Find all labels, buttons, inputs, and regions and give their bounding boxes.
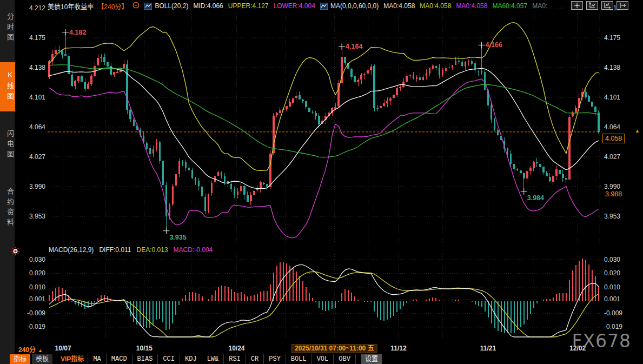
x-axis-date: 11/21 (480, 345, 496, 352)
macd-axis-tick-left: 0.030 (16, 256, 45, 263)
price-axis-tick-left: 3.953 (16, 213, 45, 220)
toolbar-button-指标[interactable]: 指标 (10, 354, 30, 364)
boll-lower-line (49, 79, 599, 238)
boll-mid-line (49, 68, 599, 189)
price-axis-tick-right: 4.138 (604, 64, 637, 71)
toolbar-button-CCI[interactable]: CCI (157, 354, 180, 364)
extreme-price-label: 4.182 (69, 29, 86, 36)
price-axis-tick-left: 4.064 (16, 124, 45, 131)
macd-dea-value: DEA:0.013 (137, 246, 168, 254)
boll-lower-value: LOWER:4.004 (274, 2, 315, 10)
axis-scale-up-icon[interactable] (586, 1, 598, 10)
selected-bar-time: 2025/10/31 07:00~11:00 五 (291, 344, 377, 353)
extreme-price-label: 4.164 (346, 43, 362, 50)
price-axis-tick-right: 3.990 (604, 183, 637, 190)
x-axis-date: 11/12 (390, 345, 406, 352)
toolbar-button-BOLL[interactable]: BOLL (286, 354, 311, 364)
price-axis-tick-right: 4.175 (604, 35, 637, 42)
macd-axis-tick-left: 0.020 (16, 270, 45, 277)
price-axis-tick-right: 3.953 (604, 213, 637, 220)
exit-right-icon[interactable] (617, 1, 628, 10)
macd-axis-tick-right: -0.019 (604, 323, 637, 330)
toolbar-button-VOL[interactable]: VOL (311, 354, 334, 364)
record-indicator-icon[interactable] (11, 247, 20, 256)
price-axis-tick-left: 4.175 (16, 35, 45, 42)
macd-dea-line (49, 272, 599, 337)
toolbar-button-BIAS[interactable]: BIAS (132, 354, 158, 364)
ma0-value-yellow: MA0:4.058 (420, 2, 451, 10)
macd-axis-tick-right: 0.030 (604, 256, 637, 263)
price-axis-tick-right: 4.101 (604, 94, 637, 101)
price-axis-tick-right: 4.064 (604, 124, 637, 131)
app-window: 分时图K线图闪电图合约资料 美债10年收益率 【240分】 BOLL(20,2)… (0, 0, 643, 364)
price-axis-tick-left: 4.138 (16, 64, 45, 71)
candles-series (48, 32, 600, 231)
ma-legend-icon (320, 3, 328, 10)
toolbar-button-模板[interactable]: 模板 (32, 354, 52, 364)
boll-name: BOLL(20,2) (155, 2, 188, 10)
extreme-price-label: 4.166 (486, 41, 502, 49)
sidebar-item-time-chart[interactable]: 分时图 (0, 4, 15, 52)
x-axis: 240分▲ 2025/10/31 07:00~11:00 五 10/0710/1… (0, 345, 643, 354)
ma0-value-magenta: MA0:4.058 (456, 2, 487, 10)
x-axis-date: 10/24 (229, 345, 245, 352)
toolbar-button-LW&[interactable]: LW& (202, 354, 224, 364)
extreme-price-label: 3.984 (527, 194, 544, 202)
period-selector[interactable]: 240分▲ (18, 345, 43, 354)
triangle-up-icon: ▲ (38, 348, 43, 353)
price-axis-tick-left: 4.212 (16, 5, 45, 12)
macd-axis-tick-right: -0.009 (604, 310, 637, 317)
macd-diff-value: DIFF:0.011 (99, 246, 131, 254)
macd-axis-tick-left: -0.019 (16, 323, 45, 330)
macd-axis-tick-left: 0.001 (16, 296, 45, 303)
toolbar-button-OBV[interactable]: OBV (333, 354, 356, 364)
toolbar-button-KDJ[interactable]: KDJ (180, 354, 202, 364)
sidebar-item-contract-info[interactable]: 合约资料 (0, 179, 15, 237)
ma60-value: MA60:4.057 (492, 2, 527, 10)
toolbar-button-CR[interactable]: CR (246, 354, 263, 364)
boll-upper-value: UPPER:4.127 (228, 2, 269, 10)
toolbar-button-MACD[interactable]: MACD (106, 354, 132, 364)
ma0-value-gray: MA0: (532, 2, 547, 10)
boll-mid-value: MID:4.066 (193, 2, 223, 10)
band-low-tag: 3.988 (604, 190, 624, 198)
macd-name: MACD(26,12,9) (49, 246, 94, 254)
watermark: FX678 (572, 330, 631, 352)
toolbar-button-设置[interactable]: 设置 (361, 354, 382, 364)
instrument-title: 美债10年收益率 (48, 2, 94, 11)
macd-chart[interactable] (48, 254, 600, 338)
sidebar-item-lightning-chart[interactable]: 闪电图 (0, 121, 15, 169)
chart-controls (571, 1, 628, 10)
x-axis-date: 10/15 (136, 345, 153, 352)
bottom-toolbar: 指标模板VIP指标MAMACDBIASCCIKDJLW&RSICRPSYBOLL… (10, 354, 382, 364)
price-axis-tick-left: 4.027 (16, 154, 45, 161)
current-price-tag: 4.058 (602, 134, 625, 143)
sidebar-item-kline-chart[interactable]: K线图 (0, 62, 15, 111)
price-grid (48, 5, 600, 242)
toolbar-button-PSY[interactable]: PSY (263, 354, 286, 364)
macd-value: MACD:-0.004 (174, 246, 213, 254)
macd-axis-tick-right: 0.010 (604, 284, 637, 291)
crosshair-icon[interactable] (571, 1, 583, 10)
zoom-out-icon[interactable] (132, 2, 140, 10)
toolbar-button-RSI[interactable]: RSI (223, 354, 246, 364)
toolbar-button-VIP指标[interactable]: VIP指标 (57, 354, 88, 364)
macd-axis-tick-left: 0.010 (16, 284, 45, 291)
toolbar-button-MA[interactable]: MA (88, 354, 105, 364)
boll-upper-line (49, 23, 599, 171)
price-arrow-icon: ▲ (635, 128, 640, 134)
macd-axis-tick-left: -0.009 (16, 310, 45, 317)
x-axis-date: 10/07 (55, 345, 71, 352)
macd-axis-tick-right: 0.001 (604, 296, 637, 303)
extreme-price-label: 3.935 (169, 234, 186, 241)
period-label[interactable]: 【240分】 (97, 2, 128, 11)
chart-header: 美债10年收益率 【240分】 BOLL(20,2) MID:4.066 UPP… (48, 1, 547, 11)
boll-legend-icon (144, 3, 152, 10)
macd-axis-tick-right: 0.020 (604, 270, 637, 277)
period-text: 240分 (18, 346, 36, 354)
axis-scale-right-icon[interactable] (601, 1, 613, 10)
sidebar: 分时图K线图闪电图合约资料 (0, 0, 15, 364)
price-chart[interactable]: 4.1823.9354.1644.1663.984 (48, 5, 600, 242)
price-axis-tick-left: 4.101 (16, 94, 45, 101)
price-axis-tick-left: 3.990 (16, 183, 45, 190)
